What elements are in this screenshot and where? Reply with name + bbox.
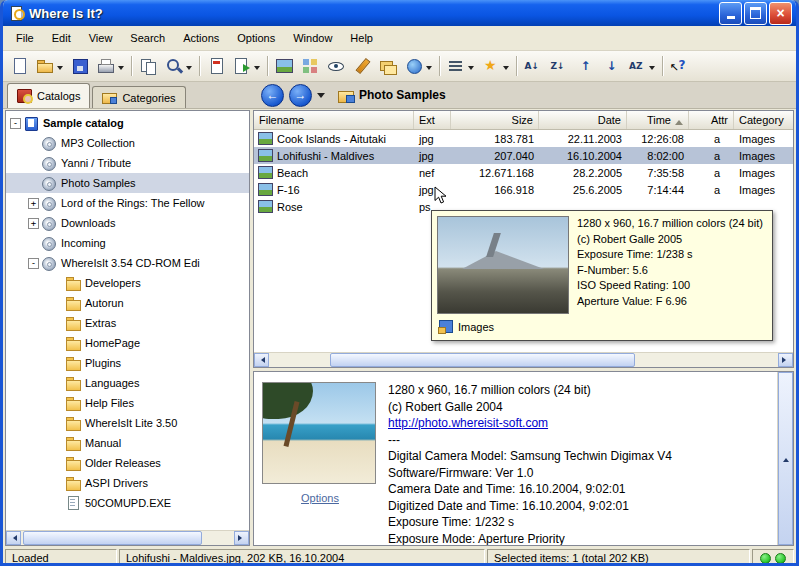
separator bbox=[131, 56, 133, 76]
menu-item[interactable]: Options bbox=[228, 29, 284, 47]
tree-item[interactable]: Downloads bbox=[6, 213, 249, 233]
disc-icon bbox=[42, 136, 57, 150]
tree-item[interactable]: Extras bbox=[6, 313, 249, 333]
file-row[interactable]: Lohifushi - Maldives jpg 207.040 16.10.2… bbox=[254, 147, 793, 164]
tree-item[interactable]: WhereIsIt Lite 3.50 bbox=[6, 413, 249, 433]
scrollbar-thumb[interactable] bbox=[330, 353, 635, 367]
close-button[interactable]: × bbox=[769, 2, 792, 25]
tree-item-label: Yanni / Tribute bbox=[61, 157, 131, 169]
tree-item[interactable]: MP3 Collection bbox=[6, 133, 249, 153]
tab-catalogs[interactable]: Catalogs bbox=[7, 83, 90, 108]
column-header[interactable]: Ext bbox=[414, 111, 451, 129]
menu-item[interactable]: Window bbox=[284, 29, 341, 47]
toolbar-button[interactable] bbox=[572, 54, 598, 78]
tree-expander-icon[interactable] bbox=[10, 118, 21, 129]
tree-item[interactable]: Languages bbox=[6, 373, 249, 393]
tree-item[interactable]: Autorun bbox=[6, 293, 249, 313]
tree-item[interactable]: 50COMUPD.EXE bbox=[6, 493, 249, 513]
file-row[interactable]: Cook Islands - Aitutaki jpg 183.781 22.1… bbox=[254, 130, 793, 147]
back-button[interactable]: ← bbox=[261, 84, 284, 107]
toolbar-button[interactable] bbox=[135, 54, 161, 78]
scroll-up-icon[interactable] bbox=[778, 372, 793, 545]
tree-item[interactable]: WhereIsIt 3.54 CD-ROM Edi bbox=[6, 253, 249, 273]
column-header[interactable]: Filename bbox=[254, 111, 414, 129]
tree-item[interactable]: Sample catalog bbox=[6, 113, 249, 133]
tree-item[interactable]: Help Files bbox=[6, 393, 249, 413]
column-header[interactable]: Date bbox=[539, 111, 627, 129]
menu-item[interactable]: Edit bbox=[43, 29, 80, 47]
tree-item[interactable]: Photo Samples bbox=[6, 173, 249, 193]
column-header[interactable]: Attr bbox=[689, 111, 734, 129]
status-indicators bbox=[752, 549, 794, 566]
tree-expander-icon[interactable] bbox=[28, 258, 39, 269]
toolbar-button[interactable] bbox=[6, 54, 32, 78]
toolbar-button[interactable] bbox=[203, 54, 229, 78]
tab-categories[interactable]: Categories bbox=[92, 86, 185, 108]
column-header[interactable]: Size bbox=[451, 111, 539, 129]
preview-vertical-scrollbar[interactable] bbox=[777, 372, 793, 545]
tree-item-label: Languages bbox=[85, 377, 139, 389]
toolbar-button[interactable] bbox=[323, 54, 349, 78]
tree-horizontal-scrollbar[interactable] bbox=[6, 530, 249, 545]
options-link[interactable]: Options bbox=[301, 492, 339, 504]
new-catalog-icon bbox=[10, 57, 29, 75]
file-attr: a bbox=[689, 184, 734, 196]
tree-item[interactable]: Developers bbox=[6, 273, 249, 293]
toolbar-button[interactable] bbox=[666, 54, 692, 78]
menu-item[interactable]: Search bbox=[121, 29, 174, 47]
toolbar-button[interactable] bbox=[271, 54, 297, 78]
toolbar-button[interactable] bbox=[401, 54, 436, 78]
file-row[interactable]: Beach nef 12.671.168 28.2.2005 7:35:58 a… bbox=[254, 164, 793, 181]
nav-history-dropdown-icon[interactable] bbox=[317, 93, 325, 102]
list-horizontal-scrollbar[interactable] bbox=[254, 352, 793, 367]
menu-item[interactable]: View bbox=[80, 29, 122, 47]
scroll-left-icon[interactable] bbox=[254, 353, 269, 367]
status-bar: Loaded Lohifushi - Maldives.jpg, 202 KB,… bbox=[3, 547, 796, 566]
tree-expander-icon[interactable] bbox=[28, 218, 39, 229]
scroll-right-icon[interactable] bbox=[778, 353, 793, 367]
file-category: Images bbox=[734, 184, 793, 196]
toolbar-button[interactable] bbox=[93, 54, 128, 78]
tree-item[interactable]: Older Releases bbox=[6, 453, 249, 473]
column-header[interactable]: Category bbox=[734, 111, 794, 129]
tree-item[interactable]: Lord of the Rings: The Fellow bbox=[6, 193, 249, 213]
maximize-button[interactable] bbox=[744, 2, 767, 25]
preview-thumbnail[interactable] bbox=[262, 382, 376, 484]
toolbar-button[interactable] bbox=[443, 54, 478, 78]
scrollbar-thumb[interactable] bbox=[778, 545, 793, 546]
tree-item[interactable]: Yanni / Tribute bbox=[6, 153, 249, 173]
title-bar[interactable]: Where Is It? × bbox=[3, 0, 796, 26]
toolbar-button[interactable] bbox=[161, 54, 196, 78]
menu-item[interactable]: File bbox=[7, 29, 43, 47]
toolbar-button[interactable] bbox=[32, 54, 67, 78]
menu-item[interactable]: Actions bbox=[174, 29, 228, 47]
tree-expander-icon[interactable] bbox=[28, 198, 39, 209]
toolbar-button[interactable] bbox=[297, 54, 323, 78]
scroll-down-icon[interactable] bbox=[778, 545, 793, 546]
toolbar-button[interactable] bbox=[229, 54, 264, 78]
scroll-left-icon[interactable] bbox=[6, 531, 21, 545]
tree-item[interactable]: HomePage bbox=[6, 333, 249, 353]
tree-item[interactable]: Incoming bbox=[6, 233, 249, 253]
scroll-right-icon[interactable] bbox=[234, 531, 249, 545]
file-row[interactable]: F-16 jpg 166.918 25.6.2005 7:14:44 a Ima… bbox=[254, 181, 793, 198]
minimize-button[interactable] bbox=[719, 2, 742, 25]
quick-view-icon bbox=[327, 57, 346, 75]
toolbar-button[interactable] bbox=[624, 54, 659, 78]
toolbar-button[interactable] bbox=[598, 54, 624, 78]
toolbar-button[interactable] bbox=[546, 54, 572, 78]
toolbar-button[interactable] bbox=[67, 54, 93, 78]
column-header[interactable]: Time bbox=[627, 111, 689, 129]
toolbar-button[interactable] bbox=[520, 54, 546, 78]
tree-item[interactable]: Plugins bbox=[6, 353, 249, 373]
file-name: Rose bbox=[277, 201, 303, 213]
tree-item[interactable]: Manual bbox=[6, 433, 249, 453]
forward-button[interactable]: → bbox=[289, 84, 312, 107]
toolbar-button[interactable] bbox=[349, 54, 375, 78]
tree-item[interactable]: ASPI Drivers bbox=[6, 473, 249, 493]
toolbar-button[interactable] bbox=[375, 54, 401, 78]
scrollbar-thumb[interactable] bbox=[23, 531, 202, 545]
menu-item[interactable]: Help bbox=[341, 29, 382, 47]
file-ext: nef bbox=[414, 167, 451, 179]
toolbar-button[interactable] bbox=[478, 54, 513, 78]
